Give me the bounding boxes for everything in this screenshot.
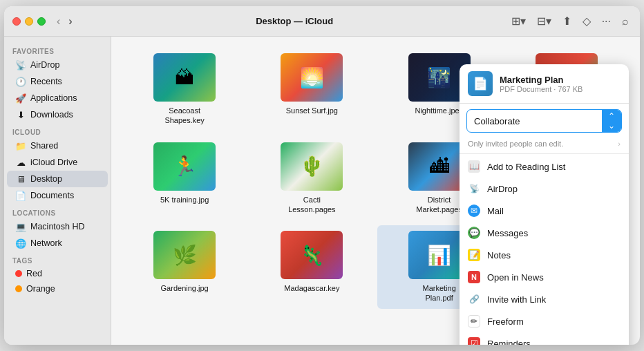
sidebar-item-label: Orange	[26, 284, 55, 294]
file-name: DistrictMarket.pages	[416, 195, 462, 215]
back-button[interactable]: ‹	[54, 14, 63, 29]
sidebar-item-recents[interactable]: 🕐 Recents	[7, 73, 108, 90]
sidebar: Favorites 📡 AirDrop 🕐 Recents 🚀 Applicat…	[4, 37, 111, 345]
menu-item-mail[interactable]: ✉ Mail	[460, 200, 629, 222]
file-name: Sunset Surf.jpg	[286, 106, 338, 115]
sidebar-item-label: Documents	[30, 191, 74, 200]
collaborate-arrow-icon: ⌃⌄	[602, 110, 621, 132]
file-thumbnail: 🏔	[153, 53, 216, 102]
file-name: 5K training.jpg	[160, 195, 209, 205]
documents-icon: 📄	[15, 190, 26, 201]
sidebar-item-documents[interactable]: 📄 Documents	[7, 187, 108, 204]
airdrop-menu-icon: 📡	[468, 182, 480, 195]
file-name: SeacoastShapes.key	[164, 106, 204, 126]
file-thumbnail: 🌅	[281, 53, 343, 102]
file-item-cacti[interactable]: 🌵 CactiLesson.pages	[249, 137, 374, 220]
popover-file-meta: PDF Document · 767 KB	[500, 85, 621, 93]
icloud-label: iCloud	[4, 123, 111, 137]
sidebar-item-label: Desktop	[30, 174, 62, 184]
applications-icon: 🚀	[15, 93, 26, 104]
pdf-icon: 📄	[473, 76, 488, 91]
file-name: Gardening.jpg	[161, 283, 209, 293]
minimize-button[interactable]	[25, 17, 33, 26]
file-thumbnail: 🌿	[153, 231, 216, 279]
airdrop-icon: 📡	[15, 59, 26, 70]
menu-item-label: Notes	[487, 250, 511, 260]
sidebar-item-applications[interactable]: 🚀 Applications	[7, 90, 108, 106]
locations-label: Locations	[4, 204, 111, 218]
popover-file-name: Marketing Plan	[500, 75, 621, 85]
sidebar-item-label: Shared	[30, 141, 58, 151]
sidebar-item-label: Macintosh HD	[30, 222, 85, 231]
menu-item-airdrop[interactable]: 📡 AirDrop	[460, 178, 629, 200]
sidebar-item-downloads[interactable]: ⬇ Downloads	[7, 106, 108, 123]
sidebar-item-network[interactable]: 🌐 Network	[7, 235, 108, 252]
file-item-gardening[interactable]: 🌿 Gardening.jpg	[122, 225, 247, 309]
file-name: Madagascar.key	[284, 283, 339, 293]
sidebar-item-label: Recents	[30, 77, 62, 86]
shared-icon: 📁	[15, 140, 26, 151]
menu-item-news[interactable]: N Open in News	[460, 266, 629, 288]
invite-only-row: Only invited people can edit. ›	[460, 138, 629, 152]
sidebar-item-tag-red[interactable]: Red	[7, 266, 108, 281]
menu-item-label: Freeform	[487, 316, 524, 327]
sidebar-item-label: iCloud Drive	[30, 158, 77, 167]
favorites-label: Favorites	[4, 42, 111, 57]
menu-item-messages[interactable]: 💬 Messages	[460, 222, 629, 244]
file-thumbnail: 🌵	[281, 142, 343, 191]
sidebar-item-desktop[interactable]: 🖥 Desktop	[7, 171, 108, 187]
file-name: Nighttime.jpeg	[415, 106, 463, 115]
sidebar-item-tag-orange[interactable]: Orange	[7, 281, 108, 296]
sidebar-item-shared[interactable]: 📁 Shared	[7, 137, 108, 154]
news-icon: N	[468, 271, 480, 283]
messages-icon: 💬	[468, 227, 480, 239]
menu-item-reading-list[interactable]: 📖 Add to Reading List	[460, 155, 629, 178]
sidebar-item-label: AirDrop	[30, 60, 59, 70]
close-button[interactable]	[12, 17, 21, 26]
file-item-sunset[interactable]: 🌅 Sunset Surf.jpg	[249, 48, 374, 131]
finder-window: ‹ › Desktop — iCloud ⊞▾ ⊟▾ ⬆ ◇ ··· ⌕ Fav…	[4, 6, 640, 345]
menu-item-reminders[interactable]: ☑ Reminders	[460, 332, 629, 345]
sidebar-item-icloud-drive[interactable]: ☁ iCloud Drive	[7, 154, 108, 171]
collaborate-dropdown[interactable]: Collaborate ⌃⌄	[466, 109, 622, 133]
downloads-icon: ⬇	[15, 109, 26, 120]
share-button[interactable]: ⬆	[560, 12, 574, 30]
divider	[460, 153, 629, 154]
sidebar-item-label: Red	[26, 269, 42, 278]
tag-button[interactable]: ◇	[580, 12, 594, 30]
menu-item-notes[interactable]: 📝 Notes	[460, 244, 629, 266]
window-title: Desktop — iCloud	[81, 16, 509, 26]
file-name: MarketingPlan.pdf	[422, 283, 455, 303]
file-thumbnail: 🏃	[153, 142, 216, 191]
menu-item-freeform[interactable]: ✏ Freeform	[460, 310, 629, 332]
nav-buttons: ‹ ›	[54, 14, 75, 29]
tag-orange-dot	[15, 285, 22, 292]
file-item-seacoast[interactable]: 🏔 SeacoastShapes.key	[122, 48, 247, 131]
more-button[interactable]: ···	[599, 12, 614, 30]
fullscreen-button[interactable]	[37, 17, 46, 26]
reading-list-icon: 📖	[468, 160, 480, 173]
file-thumbnail: 🦎	[281, 231, 343, 279]
popover-header: 📄 Marketing Plan PDF Document · 767 KB	[460, 64, 629, 104]
forward-button[interactable]: ›	[66, 14, 75, 29]
macintosh-hd-icon: 💻	[15, 221, 26, 232]
menu-item-link[interactable]: 🔗 Invite with Link	[460, 288, 629, 310]
network-icon: 🌐	[15, 238, 26, 249]
sidebar-item-label: Network	[30, 238, 62, 248]
sidebar-item-macintosh-hd[interactable]: 💻 Macintosh HD	[7, 218, 108, 235]
file-area: 🏔 SeacoastShapes.key 🌅 Sunset Surf.jpg 🌃…	[111, 37, 640, 345]
search-button[interactable]: ⌕	[619, 12, 632, 30]
reminders-icon: ☑	[468, 337, 480, 345]
file-item-madagascar[interactable]: 🦎 Madagascar.key	[249, 225, 374, 309]
file-name: CactiLesson.pages	[288, 195, 336, 215]
tag-red-dot	[15, 270, 22, 277]
sidebar-item-label: Downloads	[30, 110, 73, 120]
menu-item-label: Open in News	[487, 272, 544, 283]
view-toggle-button[interactable]: ⊞▾	[509, 12, 529, 30]
file-item-5k[interactable]: 🏃 5K training.jpg	[122, 137, 247, 220]
icloud-drive-icon: ☁	[15, 157, 26, 168]
freeform-icon: ✏	[468, 315, 480, 328]
sidebar-item-airdrop[interactable]: 📡 AirDrop	[7, 57, 108, 73]
sidebar-item-label: Applications	[30, 93, 77, 103]
group-button[interactable]: ⊟▾	[534, 12, 554, 30]
